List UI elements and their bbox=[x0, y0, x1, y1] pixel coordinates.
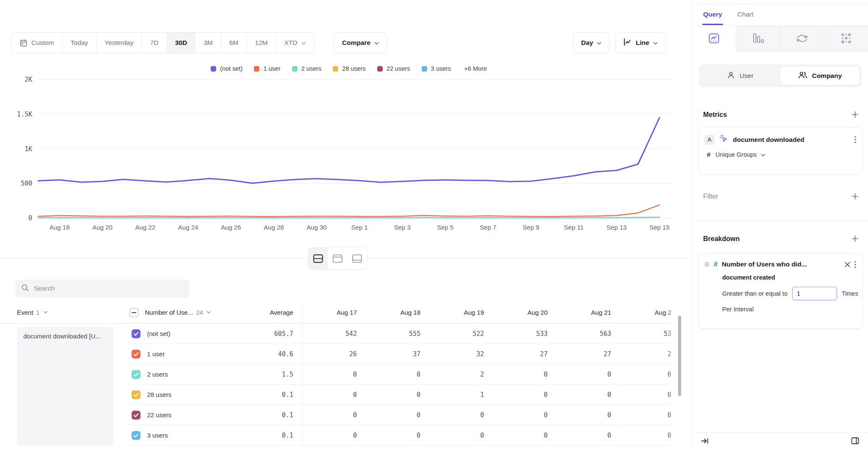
analytics-app: CustomTodayYesterday7D30D3M6M12MXTD Comp… bbox=[0, 0, 868, 449]
table-scrollbar[interactable] bbox=[678, 316, 681, 396]
range-12m[interactable]: 12M bbox=[247, 33, 276, 53]
breakdown-card[interactable]: # Number of Users who did... document cr… bbox=[698, 253, 862, 329]
svg-text:Aug 18: Aug 18 bbox=[50, 224, 70, 231]
chevron-down-icon bbox=[206, 311, 211, 314]
legend-label: 28 users bbox=[342, 65, 366, 72]
chart-type-flow[interactable] bbox=[780, 25, 824, 52]
table-row-label: 3 users bbox=[127, 425, 237, 446]
scatter-chart-icon bbox=[840, 33, 852, 44]
legend-more-link[interactable]: +6 More bbox=[464, 65, 487, 72]
metric-card[interactable]: A document downloaded # Unique Groups bbox=[698, 127, 862, 175]
breakdown-column-header[interactable]: Number of Use... 24 bbox=[127, 302, 237, 324]
svg-text:Aug 20: Aug 20 bbox=[92, 224, 113, 231]
svg-text:Sep 7: Sep 7 bbox=[480, 224, 496, 231]
data-value: 0 bbox=[487, 405, 551, 425]
segment-label: (not set) bbox=[147, 330, 170, 337]
range-xtd[interactable]: XTD bbox=[276, 33, 314, 53]
scope-user[interactable]: User bbox=[701, 66, 780, 86]
range-today[interactable]: Today bbox=[62, 33, 96, 53]
data-value: 27 bbox=[551, 344, 615, 364]
legend-item[interactable]: 3 users bbox=[422, 65, 451, 72]
tab-query[interactable]: Query bbox=[703, 4, 722, 25]
sidebar-toggle-icon[interactable] bbox=[851, 436, 860, 445]
data-value: 0 bbox=[360, 405, 424, 425]
data-value: 0 bbox=[424, 405, 487, 425]
granularity-button[interactable]: Day bbox=[573, 32, 609, 53]
bottom-panel-icon bbox=[352, 254, 362, 263]
user-icon bbox=[727, 71, 735, 81]
row-checkbox[interactable] bbox=[131, 431, 141, 440]
chart-panel-toggle[interactable] bbox=[328, 248, 347, 269]
select-all-checkbox[interactable] bbox=[129, 308, 139, 317]
row-checkbox[interactable] bbox=[131, 410, 141, 420]
granularity-label: Day bbox=[581, 39, 593, 47]
chart-type-scatter[interactable] bbox=[824, 25, 868, 52]
chart-type-bar[interactable] bbox=[736, 25, 780, 52]
chevron-down-icon bbox=[653, 39, 658, 47]
row-checkbox[interactable] bbox=[131, 370, 141, 379]
legend-item[interactable]: (not set) bbox=[211, 65, 242, 72]
data-value: 0 bbox=[551, 405, 615, 425]
range-custom[interactable]: Custom bbox=[11, 33, 62, 53]
data-value: 0 bbox=[297, 405, 360, 425]
svg-text:Aug 28: Aug 28 bbox=[264, 224, 284, 231]
table-panel-toggle[interactable] bbox=[348, 248, 367, 269]
add-filter-button[interactable] bbox=[851, 193, 859, 200]
svg-text:Sep 13: Sep 13 bbox=[606, 224, 627, 231]
metrics-section-title: Metrics bbox=[703, 111, 727, 119]
add-breakdown-button[interactable] bbox=[851, 235, 859, 242]
legend-item[interactable]: 1 user bbox=[254, 65, 280, 72]
collapse-panel-icon[interactable] bbox=[701, 437, 709, 445]
average-value: 0.1 bbox=[237, 385, 297, 405]
compare-button[interactable]: Compare bbox=[334, 32, 387, 53]
legend-label: (not set) bbox=[220, 65, 242, 72]
svg-text:1K: 1K bbox=[25, 145, 32, 153]
data-value: 1 bbox=[424, 385, 487, 405]
tab-chart[interactable]: Chart bbox=[737, 4, 754, 25]
data-value: 0 bbox=[551, 425, 615, 446]
average-header-label: Average bbox=[270, 309, 293, 316]
range-6m[interactable]: 6M bbox=[221, 33, 247, 53]
data-value: 2 bbox=[615, 344, 676, 364]
drag-handle-icon[interactable] bbox=[704, 262, 709, 267]
event-column-header[interactable]: Event 1 bbox=[0, 302, 127, 324]
event-name-cell[interactable]: document downloaded [U... bbox=[17, 327, 114, 446]
chart-type-line[interactable] bbox=[692, 25, 736, 52]
legend-item[interactable]: 22 users bbox=[377, 65, 410, 72]
condition-value-input[interactable] bbox=[792, 287, 837, 300]
average-value: 40.6 bbox=[237, 344, 297, 364]
row-checkbox[interactable] bbox=[131, 349, 141, 359]
date-column-header: Aug 18 bbox=[360, 302, 424, 324]
range-30d[interactable]: 30D bbox=[167, 33, 195, 53]
scope-company[interactable]: Company bbox=[780, 66, 860, 86]
legend-item[interactable]: 2 users bbox=[292, 65, 322, 72]
svg-text:Sep 1: Sep 1 bbox=[351, 224, 368, 231]
metric-menu-icon[interactable] bbox=[854, 136, 856, 143]
range-yesterday[interactable]: Yesterday bbox=[96, 33, 142, 53]
svg-text:Aug 26: Aug 26 bbox=[221, 224, 241, 231]
svg-text:Aug 30: Aug 30 bbox=[306, 224, 327, 231]
add-metric-button[interactable] bbox=[851, 111, 859, 118]
date-range-group: CustomTodayYesterday7D30D3M6M12MXTD bbox=[11, 32, 314, 53]
search-input[interactable] bbox=[34, 285, 183, 292]
panel-section-divider bbox=[692, 220, 868, 221]
breakdown-menu-icon[interactable] bbox=[854, 261, 856, 268]
chart-style-button[interactable]: Line bbox=[615, 32, 666, 53]
row-checkbox[interactable] bbox=[131, 329, 141, 338]
close-icon[interactable] bbox=[845, 262, 850, 267]
segment-label: 2 users bbox=[147, 371, 168, 378]
data-value: 0 bbox=[297, 364, 360, 385]
legend-label: 1 user bbox=[263, 65, 280, 72]
legend-item[interactable]: 28 users bbox=[333, 65, 366, 72]
row-checkbox[interactable] bbox=[131, 390, 141, 399]
column-divider bbox=[302, 302, 302, 449]
svg-text:0: 0 bbox=[28, 214, 32, 222]
legend-label: 3 users bbox=[431, 65, 451, 72]
range-7d[interactable]: 7D bbox=[142, 33, 167, 53]
legend-swatch bbox=[377, 66, 383, 72]
measure-selector[interactable]: Unique Groups bbox=[715, 151, 765, 158]
range-3m[interactable]: 3M bbox=[195, 33, 221, 53]
average-value: 1.5 bbox=[237, 364, 297, 385]
split-view-toggle[interactable] bbox=[308, 248, 328, 269]
scope-toggle: User Company bbox=[699, 64, 862, 87]
